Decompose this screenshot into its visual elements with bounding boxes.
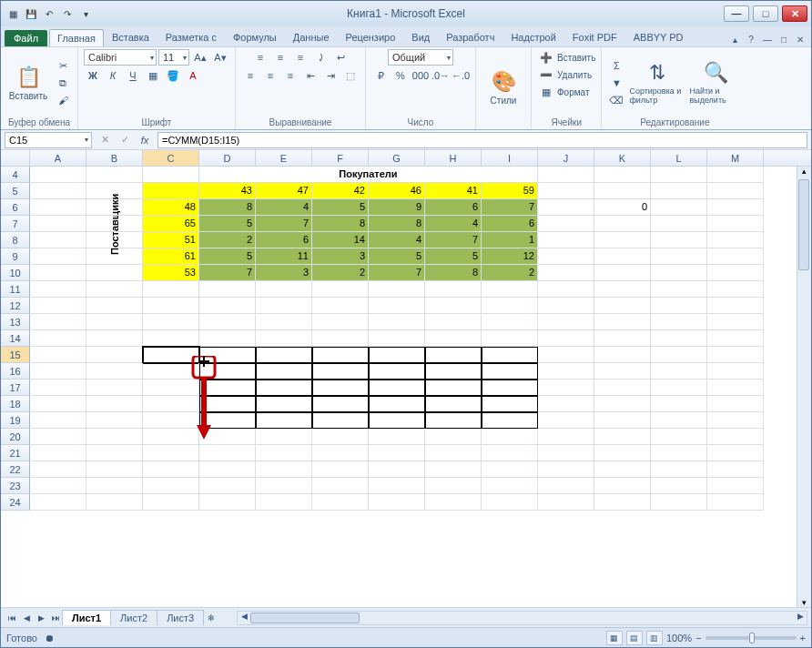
row-7[interactable]: 7 (1, 216, 30, 232)
cell[interactable]: 4 (425, 216, 482, 232)
cell[interactable] (30, 281, 86, 298)
cell[interactable]: 4 (369, 232, 425, 248)
cell[interactable]: 8 (312, 216, 369, 232)
cell[interactable] (594, 412, 651, 429)
cell[interactable] (707, 412, 764, 429)
cell[interactable]: 5 (199, 248, 256, 265)
cell[interactable] (707, 396, 764, 412)
cell[interactable] (538, 363, 594, 380)
cell[interactable] (707, 183, 764, 199)
cell[interactable] (143, 380, 199, 396)
sheet-nav-last[interactable]: ⏭ (48, 611, 63, 625)
cell[interactable] (86, 363, 143, 380)
cell[interactable] (482, 429, 538, 445)
cell[interactable] (538, 232, 594, 248)
cell[interactable] (369, 445, 425, 461)
cell[interactable] (538, 281, 594, 298)
cell[interactable] (256, 281, 312, 298)
cell[interactable] (369, 478, 425, 494)
cell[interactable] (30, 478, 86, 494)
comma-button[interactable]: 000 (411, 67, 430, 84)
cell[interactable] (86, 199, 143, 216)
cell[interactable] (594, 445, 651, 461)
zoom-slider[interactable] (705, 636, 797, 640)
cell[interactable] (199, 429, 256, 445)
cell[interactable] (199, 347, 256, 363)
tab-layout[interactable]: Разметка с (157, 28, 225, 46)
help-icon[interactable]: ? (744, 32, 758, 46)
cell[interactable] (594, 429, 651, 445)
cell[interactable] (30, 461, 86, 478)
cell[interactable] (651, 445, 707, 461)
cell[interactable] (30, 494, 86, 511)
cell[interactable] (651, 494, 707, 511)
row-18[interactable]: 18 (1, 396, 30, 412)
sheet-tab-2[interactable]: Лист2 (110, 610, 157, 625)
cell[interactable] (594, 281, 651, 298)
sheet-nav-next[interactable]: ▶ (34, 611, 48, 625)
cell[interactable] (143, 412, 199, 429)
row-21[interactable]: 21 (1, 445, 30, 461)
cell[interactable] (594, 380, 651, 396)
copy-button[interactable]: ⧉ (54, 75, 72, 91)
tab-foxit[interactable]: Foxit PDF (564, 28, 625, 46)
cell[interactable] (707, 494, 764, 511)
cell[interactable] (538, 380, 594, 396)
cell[interactable] (143, 314, 199, 330)
cell[interactable]: 5 (369, 248, 425, 265)
cell[interactable] (143, 298, 199, 314)
cell-C15[interactable] (143, 347, 199, 363)
cell[interactable] (425, 445, 482, 461)
row-17[interactable]: 17 (1, 380, 30, 396)
cell[interactable] (30, 445, 86, 461)
col-F[interactable]: F (312, 150, 369, 166)
underline-button[interactable]: Ч (124, 67, 142, 84)
cell[interactable] (651, 232, 707, 248)
cell[interactable] (482, 347, 538, 363)
cell[interactable] (594, 183, 651, 199)
cell[interactable] (425, 461, 482, 478)
sheet-nav-first[interactable]: ⏮ (5, 611, 19, 625)
align-top[interactable]: ≡ (251, 49, 269, 66)
sheet-tab-3[interactable]: Лист3 (157, 610, 204, 625)
cell[interactable] (312, 478, 369, 494)
cell[interactable] (30, 330, 86, 347)
cell[interactable] (369, 298, 425, 314)
cell[interactable]: 8 (199, 199, 256, 216)
cell[interactable] (594, 248, 651, 265)
clear-button[interactable]: ⌫ (607, 92, 625, 108)
cell[interactable]: 46 (369, 183, 425, 199)
cell[interactable] (312, 298, 369, 314)
row-24[interactable]: 24 (1, 494, 30, 511)
col-C[interactable]: C (143, 150, 199, 166)
row-19[interactable]: 19 (1, 412, 30, 429)
view-pagebreak[interactable]: ▥ (646, 631, 663, 645)
cell[interactable] (30, 183, 86, 199)
cell[interactable] (707, 429, 764, 445)
cell[interactable] (538, 478, 594, 494)
styles-button[interactable]: 🎨 Стили (482, 59, 525, 117)
cell[interactable] (143, 363, 199, 380)
cell[interactable] (651, 396, 707, 412)
cell[interactable] (143, 396, 199, 412)
tab-home[interactable]: Главная (49, 29, 104, 46)
cell[interactable] (199, 445, 256, 461)
cell[interactable] (256, 396, 312, 412)
cell[interactable] (707, 330, 764, 347)
cell[interactable] (369, 380, 425, 396)
cell[interactable] (86, 216, 143, 232)
cell[interactable] (707, 314, 764, 330)
cell[interactable] (30, 429, 86, 445)
cell[interactable] (30, 347, 86, 363)
maximize-button[interactable]: □ (753, 5, 778, 22)
cell[interactable] (538, 298, 594, 314)
borders-button[interactable]: ▦ (144, 67, 162, 84)
cell[interactable] (30, 396, 86, 412)
cell[interactable] (651, 330, 707, 347)
cell[interactable] (143, 478, 199, 494)
cell[interactable] (256, 494, 312, 511)
row-5[interactable]: 5 (1, 183, 30, 199)
cell[interactable] (707, 363, 764, 380)
cell[interactable] (86, 461, 143, 478)
cell[interactable]: 7 (425, 232, 482, 248)
